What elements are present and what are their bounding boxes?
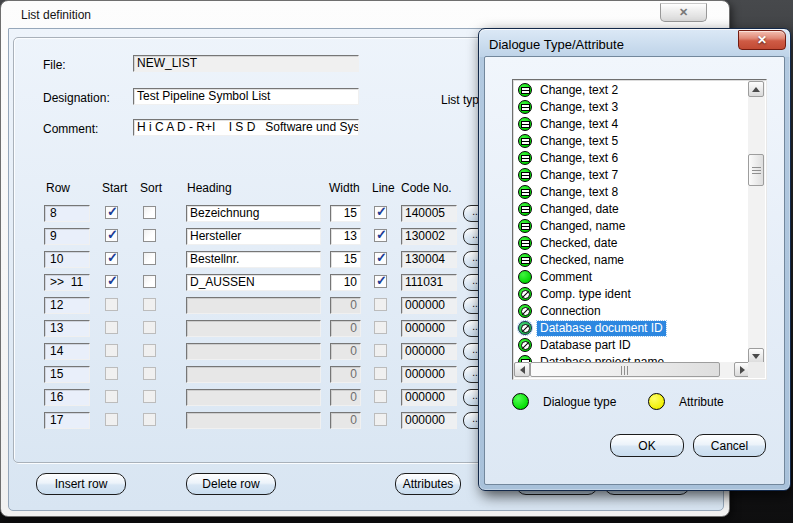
list-item[interactable]: Change, text 7 xyxy=(514,167,749,184)
list-item[interactable]: Change, text 4 xyxy=(514,116,749,133)
list-item-label: Database part ID xyxy=(537,338,634,353)
comment-field[interactable]: H i C A D - R+I I S D Software und Syste… xyxy=(133,119,359,136)
ok-button[interactable]: OK xyxy=(610,434,684,457)
start-checkbox[interactable] xyxy=(105,321,118,334)
width-input[interactable]: 10 xyxy=(330,274,361,291)
sort-checkbox[interactable] xyxy=(143,390,156,403)
delete-row-button[interactable]: Delete row xyxy=(186,473,276,495)
list-item[interactable]: Checked, date xyxy=(514,235,749,252)
list-item-label: Database document ID xyxy=(537,321,666,336)
list-item[interactable]: Change, text 5 xyxy=(514,133,749,150)
line-checkbox[interactable] xyxy=(374,344,387,357)
heading-input[interactable]: Hersteller xyxy=(186,228,321,245)
horizontal-scroll-thumb[interactable] xyxy=(530,362,720,377)
dialogue-type-legend-label: Dialogue type xyxy=(543,395,616,409)
heading-input[interactable] xyxy=(186,320,321,337)
dialog-client-area: Change, text 2Change, text 3Change, text… xyxy=(484,56,785,485)
heading-input[interactable] xyxy=(186,389,321,406)
heading-input[interactable]: D_AUSSEN xyxy=(186,274,321,291)
attribute-legend-label: Attribute xyxy=(679,395,724,409)
sort-checkbox[interactable] xyxy=(143,367,156,380)
list-item[interactable]: Database document ID xyxy=(514,320,749,337)
column-header-row: Row xyxy=(46,181,70,195)
start-checkbox[interactable] xyxy=(105,252,118,265)
heading-input[interactable]: Bezeichnung xyxy=(186,205,321,222)
list-item[interactable]: Change, text 8 xyxy=(514,184,749,201)
vertical-scroll-thumb[interactable] xyxy=(748,154,764,186)
cancel-button[interactable]: Cancel xyxy=(693,434,766,457)
list-item[interactable]: Changed, date xyxy=(514,201,749,218)
width-input[interactable]: 0 xyxy=(330,366,361,383)
start-checkbox[interactable] xyxy=(105,344,118,357)
width-input[interactable]: 15 xyxy=(330,205,361,222)
line-checkbox[interactable] xyxy=(374,367,387,380)
scrollbar-corner xyxy=(748,362,765,378)
scroll-left-icon xyxy=(520,366,525,374)
width-input[interactable]: 0 xyxy=(330,320,361,337)
list-item[interactable]: Change, text 3 xyxy=(514,99,749,116)
code-number-field: 000000 xyxy=(401,343,457,360)
close-button[interactable]: ✕ xyxy=(660,3,707,22)
insert-row-button[interactable]: Insert row xyxy=(36,473,126,495)
line-checkbox[interactable] xyxy=(374,252,387,265)
width-input[interactable]: 0 xyxy=(330,297,361,314)
heading-input[interactable] xyxy=(186,366,321,383)
dialog-text-icon xyxy=(518,236,532,250)
sort-checkbox[interactable] xyxy=(143,298,156,311)
column-header-sort: Sort xyxy=(140,181,162,195)
desktop: List definition ✕ File: NEW_LIST Designa… xyxy=(0,0,793,523)
code-number-field: 000000 xyxy=(401,412,457,429)
start-checkbox[interactable] xyxy=(105,367,118,380)
width-input[interactable]: 0 xyxy=(330,343,361,360)
width-input[interactable]: 0 xyxy=(330,389,361,406)
heading-input[interactable] xyxy=(186,412,321,429)
list-item[interactable]: Connection xyxy=(514,303,749,320)
list-item[interactable]: Comment xyxy=(514,269,749,286)
start-checkbox[interactable] xyxy=(105,390,118,403)
start-checkbox[interactable] xyxy=(105,298,118,311)
sort-checkbox[interactable] xyxy=(143,252,156,265)
list-item[interactable]: Change, text 6 xyxy=(514,150,749,167)
dialog-text-icon xyxy=(518,202,532,216)
sort-checkbox[interactable] xyxy=(143,413,156,426)
list-item[interactable]: Comp. type ident xyxy=(514,286,749,303)
dialog-close-button[interactable]: ✕ xyxy=(738,30,786,50)
column-header-width: Width xyxy=(329,181,360,195)
vertical-scrollbar[interactable] xyxy=(748,81,765,364)
scroll-left-button[interactable] xyxy=(514,362,530,377)
dialog-text-icon xyxy=(518,134,532,148)
list-item[interactable]: Checked, name xyxy=(514,252,749,269)
list-item[interactable]: Database part ID xyxy=(514,337,749,354)
line-checkbox[interactable] xyxy=(374,413,387,426)
start-checkbox[interactable] xyxy=(105,275,118,288)
width-input[interactable]: 0 xyxy=(330,412,361,429)
start-checkbox[interactable] xyxy=(105,413,118,426)
horizontal-scrollbar[interactable] xyxy=(514,362,750,378)
width-input[interactable]: 15 xyxy=(330,251,361,268)
list-item[interactable]: Changed, name xyxy=(514,218,749,235)
heading-input[interactable]: Bestellnr. xyxy=(186,251,321,268)
row-number-field: 16 xyxy=(44,389,90,406)
sort-checkbox[interactable] xyxy=(143,321,156,334)
designation-field[interactable]: Test Pipeline Symbol List xyxy=(133,88,359,105)
list-item[interactable]: Change, text 2 xyxy=(514,82,749,99)
line-checkbox[interactable] xyxy=(374,206,387,219)
line-checkbox[interactable] xyxy=(374,321,387,334)
sort-checkbox[interactable] xyxy=(143,229,156,242)
width-input[interactable]: 13 xyxy=(330,228,361,245)
scroll-up-button[interactable] xyxy=(748,81,764,97)
sort-checkbox[interactable] xyxy=(143,344,156,357)
sort-checkbox[interactable] xyxy=(143,206,156,219)
line-checkbox[interactable] xyxy=(374,275,387,288)
line-checkbox[interactable] xyxy=(374,390,387,403)
sort-checkbox[interactable] xyxy=(143,275,156,288)
start-checkbox[interactable] xyxy=(105,206,118,219)
heading-input[interactable] xyxy=(186,343,321,360)
code-number-field: 000000 xyxy=(401,389,457,406)
line-checkbox[interactable] xyxy=(374,298,387,311)
heading-input[interactable] xyxy=(186,297,321,314)
start-checkbox[interactable] xyxy=(105,229,118,242)
code-number-field: 000000 xyxy=(401,297,457,314)
line-checkbox[interactable] xyxy=(374,229,387,242)
attributes-button[interactable]: Attributes xyxy=(395,473,461,495)
